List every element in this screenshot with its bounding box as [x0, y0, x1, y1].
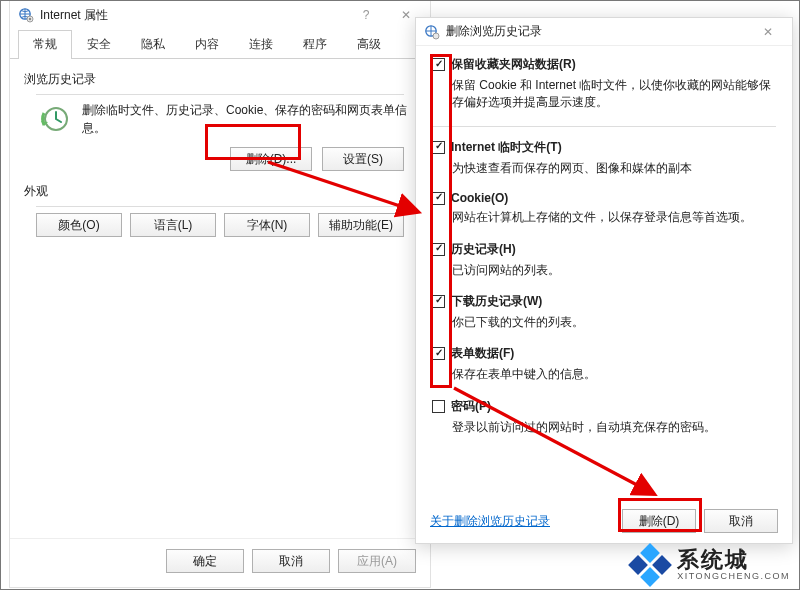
tab-strip: 常规 安全 隐私 内容 连接 程序 高级: [10, 29, 430, 59]
languages-button[interactable]: 语言(L): [130, 213, 216, 237]
checkbox[interactable]: [432, 58, 445, 71]
delete-history-button[interactable]: 删除(D)...: [230, 147, 312, 171]
watermark-text-en: XITONGCHENG.COM: [677, 572, 790, 582]
tab-privacy[interactable]: 隐私: [126, 30, 180, 59]
option-block: 保留收藏夹网站数据(R)保留 Cookie 和 Internet 临时文件，以使…: [432, 56, 776, 112]
option-description: 你已下载的文件的列表。: [452, 314, 776, 331]
checkbox[interactable]: [432, 347, 445, 360]
option-description: 为快速查看而保存的网页、图像和媒体的副本: [452, 160, 776, 177]
checkbox[interactable]: [432, 295, 445, 308]
svg-point-2: [29, 18, 31, 20]
tab-security[interactable]: 安全: [72, 30, 126, 59]
titlebar: 删除浏览历史记录 ✕: [416, 18, 792, 46]
watermark-text-cn: 系统城: [677, 548, 790, 572]
delete-button[interactable]: 删除(D): [622, 509, 696, 533]
titlebar: Internet 属性 ? ✕: [10, 1, 430, 29]
option-label: 历史记录(H): [451, 241, 516, 258]
globe-settings-icon: [424, 24, 440, 40]
dialog-footer: 关于删除浏览历史记录 删除(D) 取消: [416, 499, 792, 543]
globe-settings-icon: [18, 7, 34, 23]
tab-connections[interactable]: 连接: [234, 30, 288, 59]
tab-content[interactable]: 内容: [180, 30, 234, 59]
apply-button[interactable]: 应用(A): [338, 549, 416, 573]
option-description: 登录以前访问过的网站时，自动填充保存的密码。: [452, 419, 776, 436]
internet-options-dialog: Internet 属性 ? ✕ 常规 安全 隐私 内容 连接 程序 高级 浏览历…: [9, 0, 431, 588]
option-label: Cookie(O): [451, 191, 508, 205]
appearance-group: 外观 颜色(O) 语言(L) 字体(N) 辅助功能(E): [24, 183, 416, 237]
history-description: 删除临时文件、历史记录、Cookie、保存的密码和网页表单信息。: [82, 101, 410, 137]
svg-point-5: [433, 33, 439, 39]
option-description: 保留 Cookie 和 Internet 临时文件，以使你收藏的网站能够保存偏好…: [452, 77, 776, 112]
colors-button[interactable]: 颜色(O): [36, 213, 122, 237]
fonts-button[interactable]: 字体(N): [224, 213, 310, 237]
option-label: Internet 临时文件(T): [451, 139, 562, 156]
history-settings-button[interactable]: 设置(S): [322, 147, 404, 171]
option-block: 密码(P)登录以前访问过的网站时，自动填充保存的密码。: [432, 398, 776, 436]
option-description: 保存在表单中键入的信息。: [452, 366, 776, 383]
tab-general[interactable]: 常规: [18, 30, 72, 59]
option-block: Cookie(O)网站在计算机上存储的文件，以保存登录信息等首选项。: [432, 191, 776, 226]
option-label: 密码(P): [451, 398, 491, 415]
option-block: 表单数据(F)保存在表单中键入的信息。: [432, 345, 776, 383]
group-label: 外观: [24, 183, 416, 200]
close-button[interactable]: ✕: [748, 20, 788, 44]
checkbox[interactable]: [432, 192, 445, 205]
option-block: Internet 临时文件(T)为快速查看而保存的网页、图像和媒体的副本: [432, 139, 776, 177]
ok-button[interactable]: 确定: [166, 549, 244, 573]
accessibility-button[interactable]: 辅助功能(E): [318, 213, 404, 237]
tab-advanced[interactable]: 高级: [342, 30, 396, 59]
history-clock-icon: [38, 103, 70, 135]
delete-browsing-history-dialog: 删除浏览历史记录 ✕ 保留收藏夹网站数据(R)保留 Cookie 和 Inter…: [415, 17, 793, 544]
browsing-history-group: 浏览历史记录 删除临时文件、历史记录、Cookie、保存的密码和网页表单信息。 …: [24, 71, 416, 171]
watermark-logo-icon: [631, 546, 669, 584]
window-title: 删除浏览历史记录: [446, 23, 542, 40]
dialog-footer: 确定 取消 应用(A): [10, 538, 430, 587]
checkbox[interactable]: [432, 400, 445, 413]
window-title: Internet 属性: [40, 7, 108, 24]
option-label: 下载历史记录(W): [451, 293, 542, 310]
option-description: 已访问网站的列表。: [452, 262, 776, 279]
watermark: 系统城 XITONGCHENG.COM: [631, 546, 790, 584]
option-description: 网站在计算机上存储的文件，以保存登录信息等首选项。: [452, 209, 776, 226]
about-deleting-link[interactable]: 关于删除浏览历史记录: [430, 513, 550, 530]
checkbox[interactable]: [432, 243, 445, 256]
group-label: 浏览历史记录: [24, 71, 416, 88]
cancel-button[interactable]: 取消: [252, 549, 330, 573]
help-button[interactable]: ?: [346, 3, 386, 27]
option-block: 下载历史记录(W)你已下载的文件的列表。: [432, 293, 776, 331]
tab-programs[interactable]: 程序: [288, 30, 342, 59]
cancel-button[interactable]: 取消: [704, 509, 778, 533]
option-block: 历史记录(H)已访问网站的列表。: [432, 241, 776, 279]
option-label: 表单数据(F): [451, 345, 514, 362]
options-list: 保留收藏夹网站数据(R)保留 Cookie 和 Internet 临时文件，以使…: [416, 46, 792, 502]
option-label: 保留收藏夹网站数据(R): [451, 56, 576, 73]
checkbox[interactable]: [432, 141, 445, 154]
